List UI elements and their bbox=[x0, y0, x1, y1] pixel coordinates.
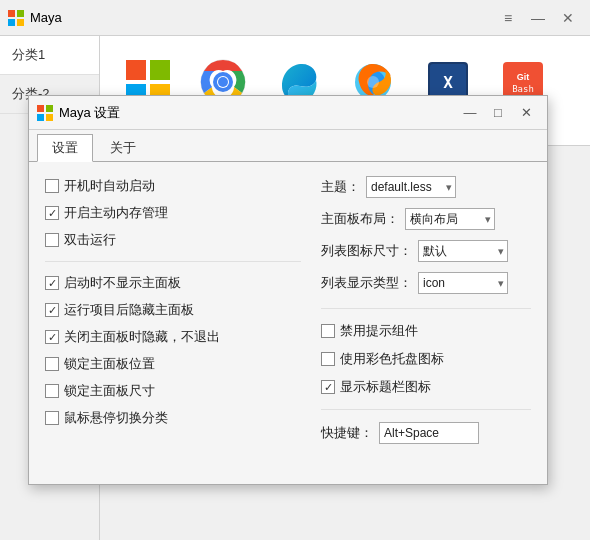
display-type-select[interactable]: iconlist bbox=[418, 272, 508, 294]
theme-label: 主题： bbox=[321, 178, 360, 196]
divider-right1 bbox=[321, 308, 531, 309]
dialog-left-column: 开机时自动启动 开启主动内存管理 双击运行 启动时不显示主面板 bbox=[45, 176, 301, 470]
checkbox-memory[interactable]: 开启主动内存管理 bbox=[45, 203, 301, 223]
theme-row: 主题： default.less bbox=[321, 176, 531, 198]
sidebar-item-category1[interactable]: 分类1 bbox=[0, 36, 99, 75]
svg-text:Bash: Bash bbox=[512, 84, 534, 94]
icon-size-select-wrapper: 默认小大 bbox=[418, 240, 508, 262]
checkbox-lock-size-box[interactable] bbox=[45, 384, 59, 398]
shortcut-input[interactable] bbox=[379, 422, 479, 444]
maya-title-icon bbox=[8, 10, 24, 26]
checkbox-hide-startup-box[interactable] bbox=[45, 276, 59, 290]
checkbox-disable-tips-box[interactable] bbox=[321, 324, 335, 338]
dialog-minimize-btn[interactable]: — bbox=[457, 103, 483, 123]
dialog-right-column: 主题： default.less 主面板布局： 横向布局纵向布局 列表图标尺寸：… bbox=[321, 176, 531, 470]
dialog-tabs: 设置 关于 bbox=[29, 130, 547, 162]
shortcut-row: 快捷键： bbox=[321, 422, 531, 444]
svg-rect-25 bbox=[37, 114, 44, 121]
checkbox-doubleclick[interactable]: 双击运行 bbox=[45, 230, 301, 250]
dialog-close-btn[interactable]: ✕ bbox=[513, 103, 539, 123]
svg-rect-4 bbox=[126, 60, 146, 80]
divider1 bbox=[45, 261, 301, 262]
checkbox-lock-pos-box[interactable] bbox=[45, 357, 59, 371]
checkbox-hide-after-run[interactable]: 运行项目后隐藏主面板 bbox=[45, 300, 301, 320]
theme-select-wrapper: default.less bbox=[366, 176, 456, 198]
settings-dialog: Maya 设置 — □ ✕ 设置 关于 开机时自动启动 开启主动 bbox=[28, 95, 548, 485]
svg-rect-23 bbox=[37, 105, 44, 112]
svg-text:X: X bbox=[443, 73, 453, 92]
main-maximize-btn[interactable]: — bbox=[524, 7, 552, 29]
svg-text:Git: Git bbox=[516, 72, 529, 82]
layout-select-wrapper: 横向布局纵向布局 bbox=[405, 208, 495, 230]
checkbox-autostart-box[interactable] bbox=[45, 179, 59, 193]
checkbox-hide-startup[interactable]: 启动时不显示主面板 bbox=[45, 273, 301, 293]
theme-select[interactable]: default.less bbox=[366, 176, 456, 198]
checkbox-disable-tips[interactable]: 禁用提示组件 bbox=[321, 321, 531, 341]
display-type-select-wrapper: iconlist bbox=[418, 272, 508, 294]
checkbox-memory-box[interactable] bbox=[45, 206, 59, 220]
checkbox-doubleclick-box[interactable] bbox=[45, 233, 59, 247]
icon-size-row: 列表图标尺寸： 默认小大 bbox=[321, 240, 531, 262]
display-type-label: 列表显示类型： bbox=[321, 274, 412, 292]
layout-label: 主面板布局： bbox=[321, 210, 399, 228]
dialog-title: Maya 设置 bbox=[59, 104, 457, 122]
dialog-maya-icon bbox=[37, 105, 53, 121]
svg-rect-24 bbox=[46, 105, 53, 112]
checkbox-autostart[interactable]: 开机时自动启动 bbox=[45, 176, 301, 196]
checkbox-hide-after-run-box[interactable] bbox=[45, 303, 59, 317]
svg-rect-5 bbox=[150, 60, 170, 80]
main-minimize-btn[interactable]: ≡ bbox=[494, 7, 522, 29]
main-window-controls: ≡ — ✕ bbox=[494, 7, 582, 29]
main-title: Maya bbox=[30, 10, 494, 25]
main-title-bar: Maya ≡ — ✕ bbox=[0, 0, 590, 36]
tab-about[interactable]: 关于 bbox=[95, 134, 151, 161]
svg-point-15 bbox=[367, 76, 379, 88]
svg-rect-26 bbox=[46, 114, 53, 121]
tab-settings[interactable]: 设置 bbox=[37, 134, 93, 162]
checkbox-show-titlebar[interactable]: 显示标题栏图标 bbox=[321, 377, 531, 397]
dialog-controls: — □ ✕ bbox=[457, 103, 539, 123]
svg-point-12 bbox=[218, 77, 228, 87]
svg-rect-1 bbox=[17, 10, 24, 17]
svg-rect-0 bbox=[8, 10, 15, 17]
icon-size-label: 列表图标尺寸： bbox=[321, 242, 412, 260]
divider-right2 bbox=[321, 409, 531, 410]
checkbox-hide-close[interactable]: 关闭主面板时隐藏，不退出 bbox=[45, 327, 301, 347]
layout-select[interactable]: 横向布局纵向布局 bbox=[405, 208, 495, 230]
svg-rect-2 bbox=[8, 19, 15, 26]
checkbox-lock-pos[interactable]: 锁定主面板位置 bbox=[45, 354, 301, 374]
dialog-restore-btn[interactable]: □ bbox=[485, 103, 511, 123]
display-type-row: 列表显示类型： iconlist bbox=[321, 272, 531, 294]
shortcut-label: 快捷键： bbox=[321, 424, 373, 442]
main-window: Maya ≡ — ✕ 分类1 分类-2 Maya bbox=[0, 0, 590, 540]
svg-rect-3 bbox=[17, 19, 24, 26]
dialog-titlebar: Maya 设置 — □ ✕ bbox=[29, 96, 547, 130]
main-close-btn[interactable]: ✕ bbox=[554, 7, 582, 29]
checkbox-hide-close-box[interactable] bbox=[45, 330, 59, 344]
checkbox-show-titlebar-box[interactable] bbox=[321, 380, 335, 394]
icon-size-select[interactable]: 默认小大 bbox=[418, 240, 508, 262]
checkbox-hover-switch[interactable]: 鼠标悬停切换分类 bbox=[45, 408, 301, 428]
dialog-content: 开机时自动启动 开启主动内存管理 双击运行 启动时不显示主面板 bbox=[29, 162, 547, 484]
checkbox-color-tray-box[interactable] bbox=[321, 352, 335, 366]
checkbox-hover-switch-box[interactable] bbox=[45, 411, 59, 425]
checkbox-lock-size[interactable]: 锁定主面板尺寸 bbox=[45, 381, 301, 401]
checkbox-color-tray[interactable]: 使用彩色托盘图标 bbox=[321, 349, 531, 369]
layout-row: 主面板布局： 横向布局纵向布局 bbox=[321, 208, 531, 230]
